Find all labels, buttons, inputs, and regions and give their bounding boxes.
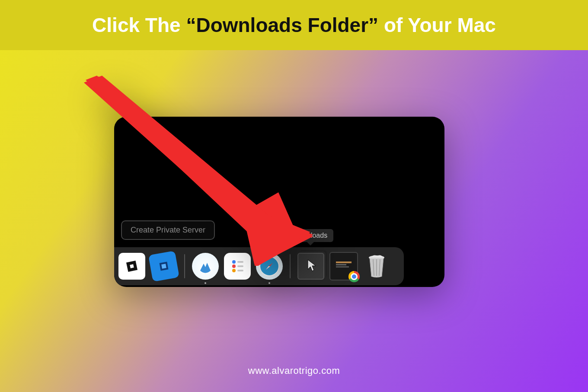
roblox-app-icon[interactable] [118, 253, 145, 280]
svg-rect-7 [237, 265, 243, 267]
header-emphasis: “Downloads Folder” [186, 13, 378, 37]
running-indicator-icon [205, 282, 206, 284]
dock-separator-icon [184, 254, 185, 278]
running-indicator-icon [268, 282, 270, 284]
dock-separator-icon [290, 254, 291, 278]
svg-rect-14 [336, 261, 352, 263]
chrome-badge-icon [348, 271, 360, 282]
safari-logo-icon [258, 255, 281, 277]
reminders-icon[interactable] [224, 253, 251, 280]
svg-point-6 [232, 265, 236, 268]
create-private-server-button[interactable]: Create Private Server [121, 220, 215, 240]
code-window-icon [335, 261, 352, 272]
nordvpn-logo-icon [196, 257, 215, 276]
macos-dock [114, 247, 404, 285]
folder-stack-icon[interactable] [329, 252, 358, 280]
header-suffix: of Your Mac [384, 13, 496, 37]
reminders-logo-icon [228, 257, 247, 276]
header-banner: Click The “Downloads Folder” of Your Mac [0, 0, 588, 50]
svg-rect-15 [336, 264, 346, 265]
header-prefix: Click The [92, 13, 181, 37]
svg-rect-16 [336, 266, 349, 268]
svg-rect-9 [237, 270, 243, 271]
safari-icon[interactable] [256, 253, 283, 280]
trash-bin-icon [365, 253, 388, 279]
svg-rect-1 [130, 264, 134, 268]
trash-icon[interactable] [363, 253, 390, 280]
svg-rect-5 [237, 261, 243, 263]
screenshot-panel: Create Private Server Downloads [114, 117, 444, 287]
roblox-studio-icon[interactable] [148, 251, 179, 282]
svg-rect-3 [161, 264, 166, 269]
cursor-icon [307, 259, 316, 272]
roblox-logo-icon [125, 260, 138, 273]
downloads-stack-icon[interactable] [297, 253, 324, 280]
page-root: Click The “Downloads Folder” of Your Mac… [0, 0, 588, 392]
nordvpn-icon[interactable] [192, 253, 219, 280]
footer-url: www.alvarotrigo.com [0, 365, 588, 376]
downloads-tooltip: Downloads [287, 229, 333, 242]
svg-point-4 [232, 260, 236, 264]
svg-point-8 [232, 269, 236, 272]
studio-logo-icon [157, 259, 172, 274]
